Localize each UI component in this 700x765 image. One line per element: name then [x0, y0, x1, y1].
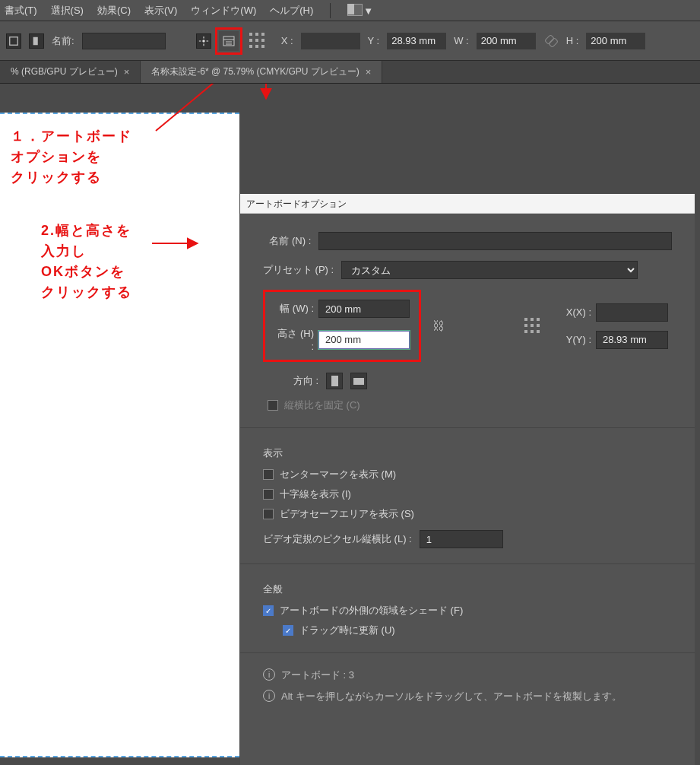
- options-bar: 名前: X : Y : W : H :: [0, 21, 700, 61]
- callout-1: １．アートボード オプションを クリックする: [11, 126, 132, 188]
- wh-highlight-box: 幅 (W) : 高さ (H) :: [263, 290, 421, 362]
- workspace: １．アートボード オプションを クリックする 2.幅と高さを 入力し OKボタン…: [0, 84, 700, 765]
- menu-effect[interactable]: 効果(C): [97, 4, 131, 17]
- dlg-x-input[interactable]: [596, 303, 668, 322]
- tab-doc1-close-icon[interactable]: ×: [124, 66, 130, 78]
- y-input[interactable]: [387, 33, 446, 49]
- artboard-count-info: アートボード : 3: [281, 668, 354, 682]
- tab-doc2-close-icon[interactable]: ×: [366, 66, 372, 78]
- update-drag-label: ドラッグ時に更新 (U): [299, 624, 395, 637]
- center-mark-label: センターマークを表示 (M): [280, 468, 396, 481]
- callout-2: 2.幅と高さを 入力し OKボタンを クリックする: [41, 221, 132, 303]
- dlg-w-input[interactable]: [318, 300, 410, 318]
- pixel-ratio-input[interactable]: [420, 530, 503, 548]
- dlg-preset-label: プリセット (P) :: [263, 263, 334, 277]
- info-icon: i: [263, 668, 275, 681]
- menu-view[interactable]: 表示(V): [144, 4, 177, 17]
- svg-rect-0: [10, 37, 18, 45]
- artboard-tool-icon[interactable]: [6, 33, 21, 49]
- svg-rect-1: [33, 37, 38, 45]
- menu-help[interactable]: ヘルプ(H): [270, 4, 313, 17]
- tab-doc1[interactable]: % (RGB/GPU プレビュー) ×: [0, 61, 141, 83]
- y-label: Y :: [368, 35, 380, 46]
- shade-outside-label: アートボードの外側の領域をシェード (F): [280, 604, 463, 617]
- lock-ratio-checkbox[interactable]: [268, 400, 278, 411]
- tab-doc1-label: % (RGB/GPU プレビュー): [11, 65, 118, 78]
- canvas-area[interactable]: [0, 113, 239, 757]
- menu-bar: 書式(T) 選択(S) 効果(C) 表示(V) ウィンドウ(W) ヘルプ(H) …: [0, 0, 700, 21]
- dlg-y-input[interactable]: [596, 331, 668, 349]
- orient-portrait-button[interactable]: [326, 373, 343, 389]
- dlg-orient-label: 方向 :: [293, 374, 318, 388]
- artboard-tip-info: Alt キーを押しながらカーソルをドラッグして、アートボードを複製します。: [281, 690, 622, 703]
- artboard-options-button[interactable]: [219, 31, 239, 51]
- center-mark-checkbox[interactable]: [263, 469, 274, 480]
- pixel-ratio-label: ビデオ定規のピクセル縦横比 (L) :: [263, 532, 412, 546]
- menu-format[interactable]: 書式(T): [5, 4, 37, 17]
- video-safe-label: ビデオセーフエリアを表示 (S): [280, 507, 414, 521]
- display-section-title: 表示: [263, 446, 672, 460]
- dlg-name-label: 名前 (N) :: [263, 234, 311, 248]
- dialog-title: アートボードオプション: [240, 194, 695, 214]
- dlg-name-input[interactable]: [318, 232, 672, 250]
- dlg-x-label: X(X) :: [558, 306, 596, 318]
- menu-window[interactable]: ウィンドウ(W): [191, 4, 256, 17]
- x-input[interactable]: [301, 33, 360, 49]
- name-label: 名前:: [52, 34, 74, 48]
- general-section-title: 全般: [263, 582, 672, 596]
- x-label: X :: [281, 35, 293, 46]
- shade-outside-checkbox[interactable]: [263, 605, 274, 616]
- tab-doc2-label: 名称未設定-6* @ 75.79% (CMYK/GPU プレビュー): [151, 65, 360, 78]
- artboard-options-dialog: アートボードオプション 名前 (N) : プリセット (P) : カスタム 幅 …: [240, 194, 695, 765]
- document-tab-bar: % (RGB/GPU プレビュー) × 名称未設定-6* @ 75.79% (C…: [0, 61, 700, 84]
- h-label: H :: [566, 35, 579, 46]
- h-input[interactable]: [586, 33, 645, 49]
- svg-point-2: [202, 40, 205, 43]
- move-with-artboard-icon[interactable]: [196, 33, 211, 49]
- menu-separator: [330, 3, 331, 18]
- dlg-h-label: 高さ (H) :: [274, 327, 318, 352]
- link-wh-chain-icon[interactable]: ⛓: [432, 311, 445, 341]
- w-input[interactable]: [477, 33, 536, 49]
- dlg-reference-point-grid[interactable]: [524, 318, 541, 335]
- dlg-w-label: 幅 (W) :: [274, 302, 318, 316]
- workspace-switcher[interactable]: ▼: [347, 4, 373, 17]
- crosshair-checkbox[interactable]: [263, 489, 274, 500]
- dlg-y-label: Y(Y) :: [558, 334, 596, 345]
- info-icon: i: [263, 690, 275, 702]
- link-wh-icon[interactable]: [543, 33, 559, 49]
- reference-point-grid[interactable]: [249, 33, 266, 49]
- menu-select[interactable]: 選択(S): [51, 4, 84, 17]
- crosshair-label: 十字線を表示 (I): [280, 487, 351, 501]
- video-safe-checkbox[interactable]: [263, 509, 274, 519]
- orientation-icon[interactable]: [29, 33, 44, 49]
- orient-landscape-button[interactable]: [350, 373, 367, 389]
- dlg-preset-select[interactable]: カスタム: [341, 261, 638, 279]
- update-drag-checkbox[interactable]: [283, 625, 293, 636]
- name-input[interactable]: [82, 33, 166, 49]
- lock-ratio-label: 縦横比を固定 (C): [284, 398, 360, 412]
- w-label: W :: [454, 35, 469, 46]
- dlg-h-input[interactable]: [318, 331, 410, 349]
- tab-doc2[interactable]: 名称未設定-6* @ 75.79% (CMYK/GPU プレビュー) ×: [141, 61, 382, 83]
